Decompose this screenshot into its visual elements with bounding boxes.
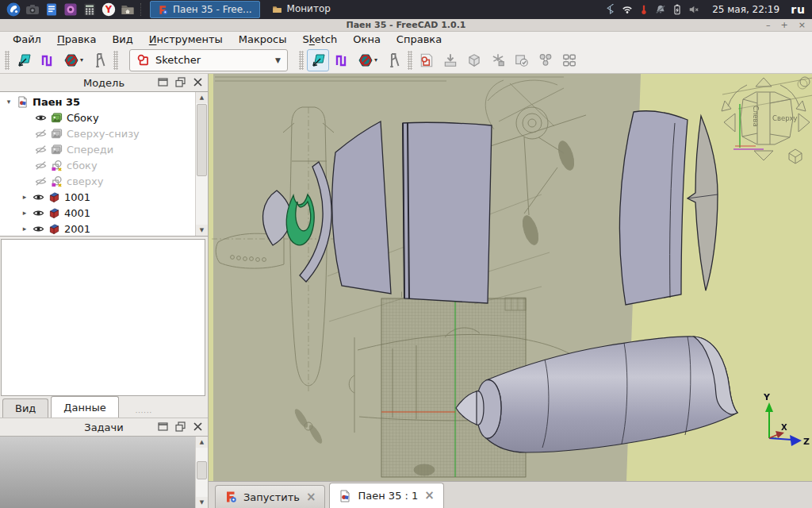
float-panel-icon[interactable] [175, 421, 186, 434]
volume-muted-icon[interactable] [688, 4, 699, 15]
workbench-selector[interactable]: Sketcher ▼ [129, 49, 288, 71]
nav-cube-right-label[interactable]: Сверху [772, 114, 798, 122]
tree-item-Сверху-снизу[interactable]: Сверху-снизу [0, 125, 195, 141]
menu-0[interactable]: Файл [5, 33, 49, 45]
calculator-icon[interactable] [81, 2, 98, 17]
keyboard-layout-indicator[interactable]: ru [791, 3, 806, 16]
property-editor[interactable] [1, 239, 205, 396]
close-tab-icon[interactable]: × [424, 490, 435, 502]
toolbar-handle[interactable] [113, 51, 118, 70]
nav-cube-left-label[interactable]: Слева [752, 106, 760, 127]
toolbar-handle[interactable] [5, 51, 10, 70]
visibility-off-icon[interactable] [35, 160, 47, 171]
edit-sketch-button[interactable] [439, 49, 462, 71]
menu-5[interactable]: Sketch [294, 33, 345, 45]
tree-item-4001[interactable]: ▸4001 [0, 205, 195, 221]
navigation-style-button[interactable] [307, 49, 329, 71]
navigation-style-button[interactable] [13, 49, 35, 71]
menu-4[interactable]: Макросы [231, 33, 295, 45]
scroll-down-icon[interactable]: ▼ [196, 497, 208, 508]
battery-icon[interactable] [672, 4, 683, 15]
panel-tab-Данные[interactable]: Данные [51, 396, 118, 418]
menu-1[interactable]: Правка [49, 33, 104, 45]
taskbar-window-0[interactable]: Паен 35 - Free... [150, 1, 260, 18]
dock-panel-icon[interactable] [158, 77, 168, 90]
part-right-panel[interactable] [619, 111, 688, 305]
bluetooth-icon[interactable] [605, 4, 616, 15]
visibility-on-icon[interactable] [33, 223, 44, 235]
yandex-browser-icon[interactable]: Y [100, 2, 117, 17]
expander-icon[interactable]: ▸ [21, 225, 29, 233]
close-panel-icon[interactable] [193, 421, 203, 434]
tree-item-Паен 35[interactable]: ▾Паен 35 [0, 94, 195, 110]
tree-item-Спереди[interactable]: Спереди [0, 141, 195, 157]
scroll-down-icon[interactable]: ▼ [196, 225, 208, 236]
tree-item-2001[interactable]: ▸2001 [0, 221, 195, 237]
expander-icon[interactable]: ▸ [21, 193, 29, 201]
file-manager-icon[interactable] [119, 2, 136, 17]
tree-scrollbar[interactable]: ▲ ▼ [195, 92, 208, 236]
close-panel-icon[interactable] [193, 77, 203, 90]
measure-button[interactable] [88, 49, 110, 71]
tasks-scrollbar[interactable]: ▲ ▼ [195, 437, 208, 508]
clipping-button[interactable]: ▾ [354, 49, 381, 71]
tree-item-1001[interactable]: ▸1001 [0, 189, 195, 205]
window-title: Паен 35 - FreeCAD 1.0.1 [0, 20, 812, 30]
reorient-sketch-button[interactable] [487, 49, 509, 71]
mdi-tab-0[interactable]: Запустить× [215, 485, 325, 508]
wifi-icon[interactable] [622, 4, 633, 15]
minimize-window-icon[interactable]: – [766, 21, 771, 29]
toolbar-handle[interactable] [408, 51, 412, 70]
menu-2[interactable]: Вид [104, 33, 140, 45]
window-titlebar[interactable]: Паен 35 - FreeCAD 1.0.1 –+× [0, 19, 812, 32]
text-editor-icon[interactable] [43, 2, 59, 17]
notifications-off-icon[interactable] [655, 4, 666, 15]
menu-7[interactable]: Справка [389, 33, 450, 45]
polyline-button[interactable] [36, 49, 59, 71]
menu-6[interactable]: Окна [345, 33, 389, 45]
create-sketch-button[interactable] [416, 49, 438, 71]
dock-panel-icon[interactable] [158, 421, 168, 434]
mirror-sketch-button[interactable] [558, 49, 580, 71]
tree-item-сверху[interactable]: сверху [0, 173, 195, 189]
part-curved-panel[interactable] [332, 121, 391, 294]
screenshot-tool-icon[interactable] [24, 2, 40, 17]
thermometer-icon[interactable] [638, 4, 649, 15]
close-window-icon[interactable]: × [799, 21, 806, 29]
visibility-off-icon[interactable] [35, 175, 47, 187]
visibility-on-icon[interactable] [33, 207, 44, 219]
dropdown-caret-icon[interactable]: ▾ [80, 56, 83, 64]
expander-icon[interactable]: ▸ [21, 209, 29, 217]
float-panel-icon[interactable] [175, 77, 186, 90]
toolbar-handle[interactable] [299, 51, 304, 70]
validate-sketch-button[interactable] [511, 49, 533, 71]
3d-viewport[interactable]: Слева Сверху Y X Z [209, 74, 812, 481]
tree-item-Сбоку[interactable]: Сбоку [0, 110, 195, 125]
splitter-dots[interactable]: ······ [136, 410, 152, 417]
visibility-off-icon[interactable] [35, 128, 47, 140]
dropdown-caret-icon[interactable]: ▾ [374, 56, 377, 64]
expander-icon[interactable]: ▾ [5, 98, 13, 106]
taskbar-window-1[interactable]: Монитор [265, 1, 338, 17]
map-sketch-to-face-button[interactable] [463, 49, 485, 71]
visibility-on-icon[interactable] [35, 112, 47, 124]
measure-button[interactable] [382, 49, 404, 71]
menu-3[interactable]: Инструменты [141, 33, 231, 45]
polyline-button[interactable] [331, 49, 353, 71]
scroll-up-icon[interactable]: ▲ [196, 437, 208, 448]
panel-tab-Вид[interactable]: Вид [2, 398, 48, 418]
visibility-off-icon[interactable] [35, 144, 47, 156]
3d-scene[interactable]: Слева Сверху Y X Z [209, 74, 812, 481]
clock[interactable]: 25 мая, 22:19 [712, 4, 779, 15]
maximize-window-icon[interactable]: + [781, 21, 788, 29]
close-tab-icon[interactable]: × [306, 491, 316, 503]
visibility-on-icon[interactable] [33, 191, 44, 203]
merge-sketches-button[interactable] [534, 49, 557, 71]
part-rect-panel[interactable] [403, 122, 492, 303]
scroll-up-icon[interactable]: ▲ [196, 92, 208, 103]
clipping-button[interactable]: ▾ [60, 49, 86, 71]
mdi-tab-1[interactable]: Паен 35 : 1× [329, 483, 443, 508]
tree-item-сбоку[interactable]: сбоку [0, 157, 195, 173]
app-menu-icon[interactable] [5, 2, 21, 17]
media-app-icon[interactable] [62, 2, 79, 17]
